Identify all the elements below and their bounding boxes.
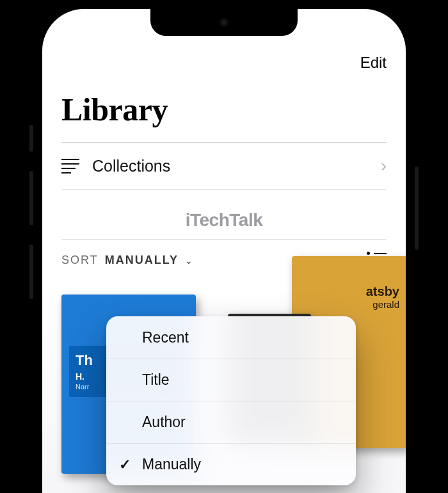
sort-option-manually[interactable]: ✓ Manually xyxy=(106,443,356,485)
chevron-down-icon: ⌄ xyxy=(185,255,194,266)
sort-value: MANUALLY xyxy=(105,254,179,267)
sort-option-author[interactable]: Author xyxy=(106,401,356,443)
page-title: Library xyxy=(61,91,387,128)
sort-dropdown: Recent Title Author ✓ Manually xyxy=(106,316,356,485)
collections-icon xyxy=(61,159,79,174)
sort-option-label: Recent xyxy=(142,329,189,346)
checkmark-icon: ✓ xyxy=(119,457,131,473)
collections-row[interactable]: Collections › xyxy=(61,143,387,189)
sort-option-label: Title xyxy=(142,371,170,389)
collections-label: Collections xyxy=(92,157,381,175)
sort-option-label: Manually xyxy=(142,456,201,473)
sort-option-recent[interactable]: Recent xyxy=(106,316,356,359)
phone-frame: Edit Library Collections › iTechTalk SOR… xyxy=(33,0,415,493)
sort-option-label: Author xyxy=(142,414,186,431)
phone-side-button-right xyxy=(415,166,419,250)
chevron-right-icon: › xyxy=(381,156,387,176)
edit-button[interactable]: Edit xyxy=(360,54,387,72)
sort-option-title[interactable]: Title xyxy=(106,359,356,401)
sort-label: SORT xyxy=(61,254,99,267)
phone-notch xyxy=(150,9,298,36)
book-author-fragment: gerald xyxy=(300,299,399,310)
sort-button[interactable]: SORT MANUALLY ⌄ xyxy=(61,254,194,267)
watermark-text: iTechTalk xyxy=(61,190,387,239)
book-title-fragment: atsby xyxy=(300,284,399,299)
